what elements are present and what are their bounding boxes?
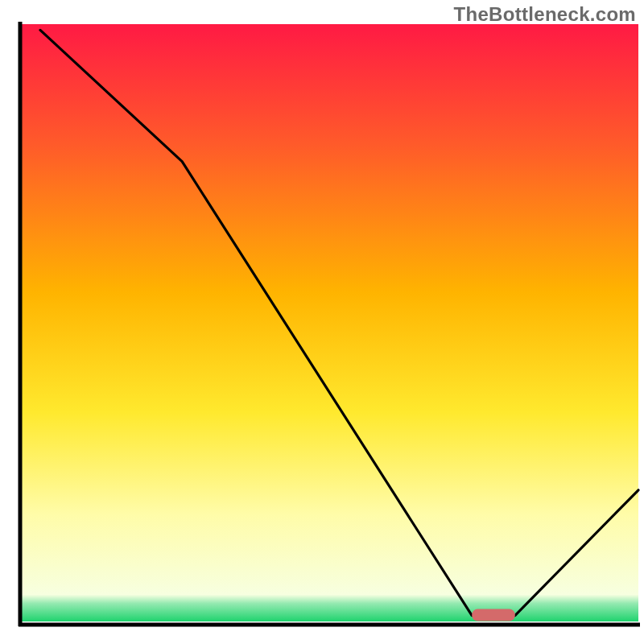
gradient-background <box>22 24 638 621</box>
bottleneck-chart <box>0 0 644 644</box>
plot-area <box>19 22 640 626</box>
optimal-marker <box>472 609 515 621</box>
chart-container: TheBottleneck.com <box>0 0 644 644</box>
